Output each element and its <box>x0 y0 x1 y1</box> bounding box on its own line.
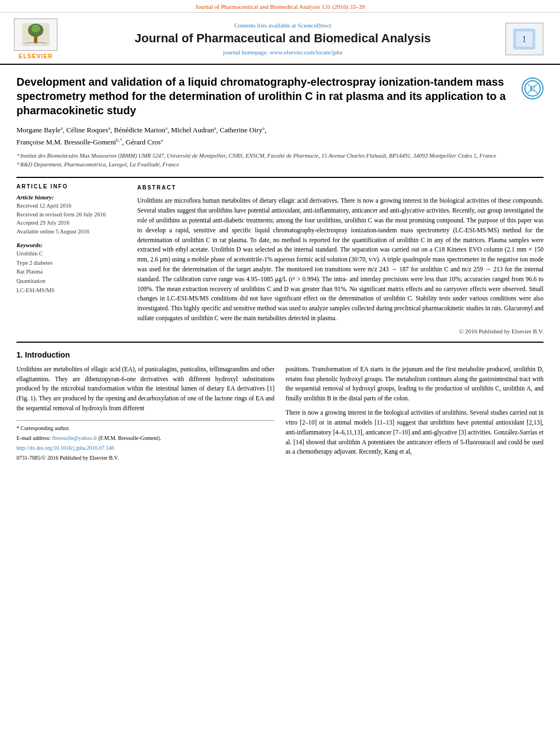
footnotes: * Corresponding author. E-mail address: … <box>16 420 275 462</box>
keyword-urolithin-c: Urolithin C <box>16 249 126 259</box>
author-francoise: Françoise M.M. Bressolle-Gomeni <box>16 138 116 146</box>
copyright-line: © 2016 Published by Elsevier B.V. <box>137 327 544 336</box>
intro-para-3: There is now a growing interest in the b… <box>285 408 544 457</box>
keyword-rat-plasma: Rat Plasma <box>16 267 126 277</box>
keywords-label: Keywords: <box>16 242 126 248</box>
abstract-body: Urolithins are microflora human metaboli… <box>137 196 544 323</box>
affiliation-a: ᵃ Institut des Biomolécules Max Moussero… <box>16 152 544 160</box>
author-gerard: Gérard Cros <box>126 138 161 146</box>
info-abstract-section: ARTICLE INFO Article history: Received 1… <box>16 183 544 336</box>
article-info-header: ARTICLE INFO <box>16 183 126 189</box>
doi-line[interactable]: http://dx.doi.org/10.1016/j.jpba.2016.07… <box>16 444 275 452</box>
email-address[interactable]: fbressolle@yahoo.fr <box>52 435 97 441</box>
corresponding-author-note: * Corresponding author. <box>16 424 275 432</box>
intro-para-1: Urolithins are metabolites of ellagic ac… <box>16 365 275 414</box>
article-info-col: ARTICLE INFO Article history: Received 1… <box>16 183 126 336</box>
elsevier-tree-icon <box>14 18 58 51</box>
main-content: Development and validation of a liquid c… <box>0 65 560 469</box>
keywords-section: Keywords: Urolithin C Type 2 diabetes Ra… <box>16 242 126 295</box>
received-revised-date: Received in revised form 26 July 2016 <box>16 210 126 219</box>
journal-header: ELSEVIER Contents lists available at Sci… <box>0 13 560 65</box>
svg-point-3 <box>31 25 40 32</box>
introduction-heading: 1. Introduction <box>16 350 544 359</box>
author-michel: Michel Audran <box>171 126 214 134</box>
issn-line: 0731-7085/© 2016 Published by Elsevier B… <box>16 454 275 462</box>
keyword-type2-diabetes: Type 2 diabetes <box>16 259 126 268</box>
email-footnote: E-mail address: fbressolle@yahoo.fr (F.M… <box>16 434 275 442</box>
accepted-date: Accepted 29 July 2016 <box>16 219 126 227</box>
affiliations: ᵃ Institut des Biomolécules Max Moussero… <box>16 152 544 169</box>
intro-para-2: positions. Transformation of EA starts i… <box>285 365 544 404</box>
abstract-col: ABSTRACT Urolithins are microflora human… <box>137 183 544 336</box>
introduction-body: Urolithins are metabolites of ellagic ac… <box>16 365 544 464</box>
article-title: Development and validation of a liquid c… <box>16 75 513 118</box>
journal-citation: Journal of Pharmaceutical and Biomedical… <box>195 3 365 10</box>
article-title-section: Development and validation of a liquid c… <box>16 75 544 118</box>
abstract-text: Urolithins are microflora human metaboli… <box>137 196 544 336</box>
intro-col-left: Urolithins are metabolites of ellagic ac… <box>16 365 275 464</box>
received-date: Received 12 April 2016 <box>16 202 126 210</box>
crossmark-icon[interactable]: C <box>522 77 544 99</box>
sciencedirect-line: Contents lists available at ScienceDirec… <box>71 22 494 29</box>
author-celine: Céline Roques <box>66 126 108 134</box>
article-history: Article history: Received 12 April 2016 … <box>16 194 126 236</box>
abstract-header: ABSTRACT <box>137 183 544 192</box>
crossmark-logo-header: ! <box>505 23 544 55</box>
elsevier-logo-block: ELSEVIER <box>11 18 60 59</box>
content-divider <box>16 342 544 343</box>
svg-text:!: ! <box>523 35 525 44</box>
author-benedicte: Bénédicte Marion <box>114 126 165 134</box>
keyword-quantitation: Quantitation <box>16 277 126 286</box>
journal-homepage-line: journal homepage: www.elsevier.com/locat… <box>71 49 494 55</box>
available-date: Available online 5 August 2016 <box>16 227 126 236</box>
history-label: Article history: <box>16 194 126 200</box>
sciencedirect-link[interactable]: ScienceDirect <box>298 22 332 29</box>
intro-col-right: positions. Transformation of EA starts i… <box>285 365 544 464</box>
homepage-url[interactable]: www.elsevier.com/locate/jpba <box>270 49 342 55</box>
authors-line: Morgane Baylea, Céline Roquesa, Bénédict… <box>16 124 544 148</box>
affiliation-b: ᵇ R&D Department, Pharmacometrica, Lareg… <box>16 160 544 169</box>
email-label: E-mail address: <box>16 435 51 441</box>
journal-title-block: Contents lists available at ScienceDirec… <box>60 22 505 55</box>
section-divider <box>16 177 544 178</box>
author-catherine: Catherine Oiry <box>220 126 262 134</box>
elsevier-brand-text: ELSEVIER <box>19 53 53 59</box>
email-person: (F.M.M. Bressolle-Gomeni). <box>98 435 161 441</box>
author-morgane: Morgane Bayle <box>16 126 60 134</box>
journal-main-title: Journal of Pharmaceutical and Biomedical… <box>71 31 494 46</box>
keyword-lc-esi: LC-ESI-MS/MS <box>16 286 126 295</box>
journal-citation-bar: Journal of Pharmaceutical and Biomedical… <box>0 0 560 13</box>
